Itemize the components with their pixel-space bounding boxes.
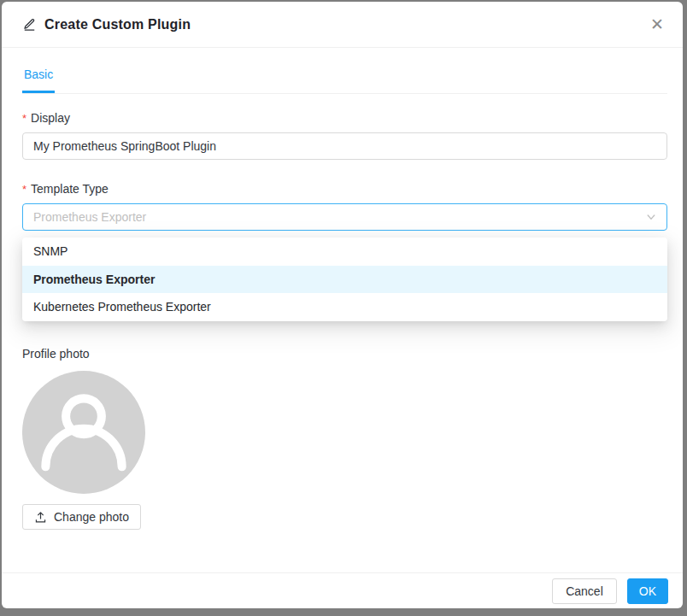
modal-body: Basic * Display * Template Type Promethe…	[2, 48, 683, 572]
cancel-button[interactable]: Cancel	[552, 578, 617, 604]
template-type-dropdown: SNMP Prometheus Exporter Kubernetes Prom…	[22, 238, 667, 321]
modal-footer: Cancel OK	[2, 572, 683, 608]
template-type-field-group: * Template Type Prometheus Exporter SNMP…	[22, 182, 667, 231]
edit-icon	[22, 17, 37, 32]
template-type-placeholder: Prometheus Exporter	[33, 210, 646, 224]
upload-icon	[34, 511, 47, 524]
display-field-group: * Display	[22, 111, 667, 160]
template-type-select[interactable]: Prometheus Exporter	[22, 203, 667, 231]
change-photo-button[interactable]: Change photo	[22, 504, 141, 530]
tab-basic[interactable]: Basic	[22, 62, 55, 93]
template-type-label: * Template Type	[22, 182, 667, 196]
person-icon	[22, 371, 145, 494]
ok-button[interactable]: OK	[627, 578, 668, 604]
template-type-select-wrap: Prometheus Exporter SNMP Prometheus Expo…	[22, 203, 667, 231]
modal-header: Create Custom Plugin ✕	[2, 2, 683, 48]
tab-bar: Basic	[22, 62, 667, 94]
chevron-down-icon	[646, 212, 656, 222]
avatar	[22, 371, 145, 494]
required-asterisk: *	[22, 112, 26, 125]
display-label-text: Display	[31, 111, 70, 125]
dropdown-option-snmp[interactable]: SNMP	[22, 238, 667, 266]
profile-photo-section: Profile photo Change photo	[22, 347, 667, 530]
required-asterisk: *	[22, 183, 26, 196]
profile-photo-label: Profile photo	[22, 347, 667, 361]
close-icon[interactable]: ✕	[650, 16, 664, 32]
create-custom-plugin-modal: Create Custom Plugin ✕ Basic * Display *…	[2, 2, 683, 608]
modal-title: Create Custom Plugin	[44, 17, 191, 32]
dropdown-option-prometheus-exporter[interactable]: Prometheus Exporter	[22, 266, 667, 294]
change-photo-label: Change photo	[54, 510, 129, 524]
display-label: * Display	[22, 111, 667, 125]
dropdown-option-kubernetes-prometheus-exporter[interactable]: Kubernetes Prometheus Exporter	[22, 293, 667, 321]
template-type-label-text: Template Type	[31, 182, 109, 196]
display-input[interactable]	[22, 132, 667, 160]
